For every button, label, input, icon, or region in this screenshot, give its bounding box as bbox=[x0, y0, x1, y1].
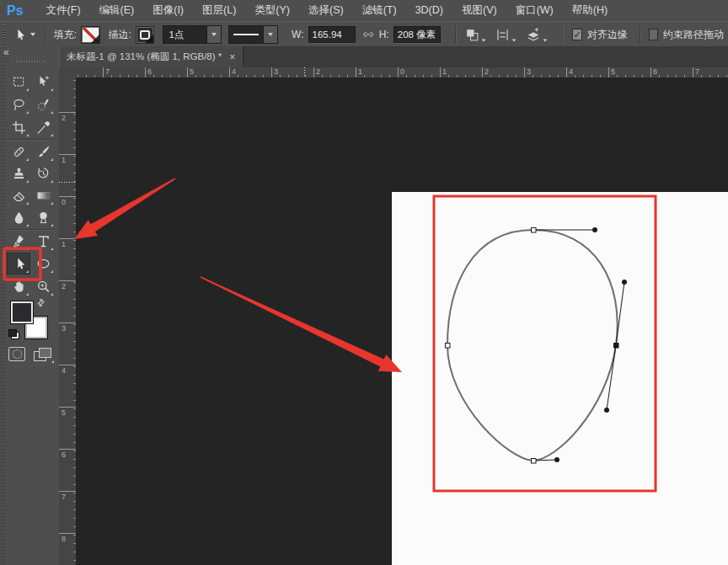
ruler-major-tick bbox=[59, 365, 76, 365]
path-selection-tool[interactable] bbox=[7, 253, 30, 275]
path-alignment-button[interactable] bbox=[495, 27, 517, 43]
menu-help[interactable]: 帮助(H) bbox=[563, 0, 617, 21]
foreground-color-swatch[interactable] bbox=[10, 301, 34, 324]
ruler-major-tick bbox=[524, 67, 525, 77]
ruler-major-tick bbox=[59, 154, 76, 155]
ruler-major-tick bbox=[59, 449, 76, 450]
menu-image[interactable]: 图像(I) bbox=[143, 0, 193, 21]
hand-tool[interactable] bbox=[7, 275, 30, 297]
path-arrangement-icon bbox=[525, 27, 542, 43]
default-colors-icon[interactable] bbox=[8, 329, 19, 339]
ruler-major-tick bbox=[59, 280, 76, 281]
stroke-caret-icon bbox=[145, 35, 153, 43]
stroke-style-caret-button[interactable] bbox=[263, 26, 277, 43]
ruler-label: 3 bbox=[62, 324, 66, 333]
align-edges-checkbox[interactable]: ✓ bbox=[572, 29, 581, 40]
eraser-tool[interactable] bbox=[7, 184, 30, 206]
menu-select[interactable]: 选择(S) bbox=[299, 0, 353, 21]
tool-preset-picker[interactable] bbox=[12, 28, 35, 42]
dodge-tool[interactable] bbox=[31, 206, 55, 228]
ruler-label: 1 bbox=[442, 67, 447, 77]
move-tool[interactable] bbox=[31, 71, 55, 93]
menu-layer[interactable]: 图层(L) bbox=[193, 0, 245, 21]
close-tab-icon[interactable]: × bbox=[229, 53, 235, 61]
fill-color-swatch[interactable] bbox=[81, 26, 99, 44]
path-alignment-caret-icon bbox=[511, 39, 516, 41]
menu-type[interactable]: 类型(Y) bbox=[245, 0, 299, 21]
ruler-label: 6 bbox=[62, 450, 66, 459]
constrain-path-drag-label: 约束路径拖动 bbox=[663, 28, 724, 42]
clone-stamp-tool[interactable] bbox=[7, 163, 30, 184]
path-alignment-icon bbox=[495, 27, 511, 43]
menu-window[interactable]: 窗口(W) bbox=[506, 0, 563, 21]
menu-edit[interactable]: 编辑(E) bbox=[90, 0, 144, 21]
history-brush-tool[interactable] bbox=[31, 163, 55, 184]
toolbar-grip-icon[interactable] bbox=[15, 61, 46, 62]
document-tab[interactable]: 未标题-1 @ 131% (椭圆 1, RGB/8) * × bbox=[59, 46, 244, 67]
ruler-label: 2 bbox=[62, 282, 66, 290]
photoshop-logo: Ps bbox=[7, 3, 24, 19]
gradient-tool[interactable] bbox=[31, 184, 55, 206]
ruler-major-tick bbox=[59, 491, 76, 492]
constrain-path-drag-checkbox[interactable] bbox=[649, 29, 658, 40]
menu-file[interactable]: 文件(F) bbox=[37, 0, 90, 21]
shape-width-input[interactable]: 165.94 bbox=[308, 26, 356, 43]
spot-healing-brush-tool[interactable] bbox=[7, 141, 30, 163]
blur-tool[interactable] bbox=[7, 206, 30, 228]
ruler-major-tick bbox=[59, 238, 76, 239]
ruler-major-tick bbox=[229, 67, 230, 77]
brush-tool[interactable] bbox=[31, 141, 55, 163]
ellipse-shape-tool[interactable] bbox=[31, 253, 55, 275]
ruler-major-tick bbox=[313, 67, 314, 77]
ruler-label: 2 bbox=[316, 67, 320, 77]
path-arrangement-caret-icon bbox=[543, 39, 547, 41]
vertical-ruler[interactable]: 21012345678 bbox=[59, 77, 77, 565]
collapse-panel-icon[interactable]: « bbox=[3, 47, 9, 57]
width-label: W: bbox=[292, 29, 303, 40]
ruler-label: 3 bbox=[274, 67, 278, 77]
ruler-label: 2 bbox=[484, 67, 489, 77]
screen-mode-button[interactable] bbox=[34, 348, 52, 361]
ruler-label: 3 bbox=[527, 67, 531, 77]
type-icon bbox=[35, 233, 51, 249]
ruler-label: 2 bbox=[62, 114, 66, 122]
clone-stamp-icon bbox=[11, 166, 27, 182]
ruler-label: 4 bbox=[569, 67, 573, 77]
path-operations-button[interactable] bbox=[464, 27, 486, 43]
height-label: H: bbox=[379, 29, 389, 40]
link-dimensions-icon[interactable] bbox=[362, 29, 374, 40]
stroke-width-caret-button[interactable] bbox=[206, 26, 221, 43]
stroke-color-swatch[interactable] bbox=[136, 26, 154, 44]
path-arrangement-button[interactable] bbox=[525, 27, 548, 43]
quick-selection-tool[interactable] bbox=[31, 93, 55, 115]
ruler-cursor-marker bbox=[59, 182, 76, 183]
rectangular-marquee-tool[interactable] bbox=[7, 71, 30, 93]
eyedropper-tool[interactable] bbox=[31, 116, 55, 138]
eyedropper-icon bbox=[35, 120, 51, 136]
fill-label: 填充: bbox=[54, 28, 77, 42]
blur-icon bbox=[11, 210, 27, 226]
stroke-width-dropdown[interactable]: 1点 bbox=[163, 25, 222, 44]
zoom-tool[interactable] bbox=[31, 275, 55, 297]
ruler-label: 0 bbox=[400, 67, 404, 77]
ruler-label: 7 bbox=[62, 493, 66, 501]
ruler-major-tick bbox=[145, 67, 146, 77]
canvas-area[interactable] bbox=[76, 77, 728, 565]
options-bar-grip-icon[interactable] bbox=[2, 24, 5, 45]
dodge-icon bbox=[35, 210, 51, 226]
quick-mask-button[interactable] bbox=[8, 347, 25, 361]
document-canvas[interactable] bbox=[392, 192, 728, 565]
stroke-style-dropdown[interactable] bbox=[228, 25, 278, 44]
menu-view[interactable]: 视图(V) bbox=[452, 0, 506, 21]
lasso-tool[interactable] bbox=[7, 93, 30, 115]
ruler-major-tick bbox=[59, 322, 76, 323]
crop-tool[interactable] bbox=[7, 116, 30, 138]
menu-filter[interactable]: 滤镜(T) bbox=[353, 0, 406, 21]
pen-tool[interactable] bbox=[7, 230, 30, 252]
shape-height-input[interactable]: 208 像素 bbox=[393, 26, 441, 43]
menu-3d[interactable]: 3D(D) bbox=[406, 0, 452, 21]
type-tool[interactable] bbox=[31, 230, 55, 252]
ellipse-shape-icon bbox=[35, 256, 51, 272]
document-tab-title: 未标题-1 @ 131% (椭圆 1, RGB/8) * bbox=[67, 51, 222, 63]
swap-colors-icon[interactable]: ⇄ bbox=[35, 296, 48, 310]
